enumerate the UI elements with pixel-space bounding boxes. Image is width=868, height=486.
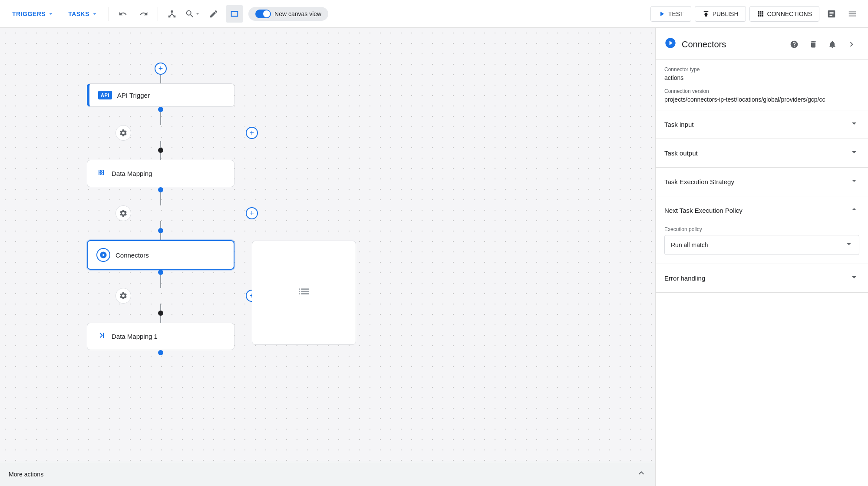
chevron-down-svg-4 [849,272,859,282]
mapping-icon-1 [96,167,106,180]
api-trigger-node[interactable]: API API Trigger [87,83,234,107]
connection-version-field: Connection version projects/connectors-i… [664,88,859,103]
error-handling-header[interactable]: Error handling [656,264,868,292]
execution-policy-label: Execution policy [664,225,859,232]
next-task-execution-policy-section: Next Task Execution Policy Execution pol… [656,196,868,264]
line-2 [160,112,161,125]
flow-container: + API API Trigger + [87,63,234,355]
delete-button[interactable] [805,36,821,52]
task-execution-strategy-header[interactable]: Task Execution Strategy [656,168,868,196]
menu-button[interactable] [844,5,861,23]
task-execution-strategy-chevron-icon [849,175,859,188]
connector-dot-4 [158,228,163,233]
connector-dot-2 [158,148,163,153]
network-button[interactable] [163,5,181,23]
data-mapping-label: Data Mapping [112,170,152,177]
triggers-label: TRIGGERS [12,10,46,17]
chevron-down-svg-2 [849,147,859,157]
add-button-2[interactable]: + [246,127,258,139]
panel-connector-icon [664,37,677,52]
notify-button[interactable] [825,36,840,52]
chevron-down-svg-3 [849,175,859,186]
task-output-title: Task output [664,149,698,157]
gear-btn-1[interactable] [116,125,131,141]
publish-label: PUBLISH [713,10,739,17]
connections-icon [757,10,765,18]
panel-title: Connectors [682,40,781,50]
connector-dot-1 [158,107,163,112]
api-icon: API [98,91,112,99]
canvas-toggle-label: New canvas view [274,10,321,17]
connection-version-value: projects/connectors-ip-test/locations/gl… [664,96,859,103]
undo-icon [119,10,127,18]
connector-dot-3 [158,187,163,192]
chevron-down-svg-1 [849,118,859,129]
expand-button[interactable] [636,468,647,480]
add-button-top[interactable]: + [155,63,167,75]
undo-button[interactable] [114,5,132,23]
zoom-button[interactable] [184,5,201,23]
publish-button[interactable]: PUBLISH [695,6,746,22]
list-svg [297,284,311,298]
canvas-area[interactable]: + API API Trigger + [0,28,655,486]
redo-icon [139,10,148,18]
bottom-panel: More actions [0,462,655,486]
info-section: Connector type actions Connection versio… [656,60,868,110]
task-execution-strategy-section: Task Execution Strategy [656,168,868,196]
divider-2 [158,7,158,21]
panel-header-actions [786,36,859,52]
next-task-execution-policy-header[interactable]: Next Task Execution Policy [656,196,868,225]
connections-label: CONNECTIONS [767,10,812,17]
panel-header: Connectors [656,28,868,60]
gear-icon-3 [119,291,128,300]
test-label: TEST [668,10,684,17]
line-5 [160,192,161,205]
right-panel: Connectors Connector type actio [655,28,868,486]
triggers-button[interactable]: TRIGGERS [7,7,59,21]
zoom-icon [185,9,195,19]
gear-btn-3[interactable] [116,288,131,304]
execution-policy-select[interactable]: Run all match Run first match Run none [664,235,859,255]
connector-dot-5 [158,270,163,275]
gear-btn-2[interactable] [116,205,131,221]
data-mapping-1-node[interactable]: Data Mapping 1 [87,323,234,350]
menu-icon [848,9,857,19]
task-execution-strategy-title: Task Execution Strategy [664,178,734,185]
connector-type-field: Connector type actions [664,66,859,81]
help-button[interactable] [786,36,802,52]
task-input-header[interactable]: Task input [656,110,868,139]
main-layout: + API API Trigger + [0,28,868,486]
canvas-icon [230,9,239,19]
list-icon [297,284,311,301]
line-9 [160,304,161,311]
canvas-view-button[interactable] [226,5,243,23]
edit-button[interactable] [205,5,222,23]
bell-icon [828,40,837,49]
redo-button[interactable] [135,5,152,23]
add-button-3[interactable]: + [246,207,258,219]
float-box [252,241,356,345]
connector-type-label: Connector type [664,66,859,73]
toolbar-right: TEST PUBLISH CONNECTIONS [650,5,861,23]
check-icon [264,11,270,17]
network-icon [167,9,177,19]
help-icon [790,40,799,49]
collapse-icon [847,40,856,49]
data-mapping-1-label: Data Mapping 1 [112,333,158,340]
task-output-header[interactable]: Task output [656,139,868,167]
test-button[interactable]: TEST [650,6,691,22]
tasks-button[interactable]: TASKS [63,7,103,21]
analytics-button[interactable] [823,5,840,23]
line-7 [160,233,161,240]
connector-svg [99,251,107,259]
collapse-panel-button[interactable] [844,36,859,52]
error-handling-section: Error handling [656,264,868,293]
connector-dot-7 [158,350,163,355]
connector-dot-6 [158,311,163,316]
data-mapping-node[interactable]: Data Mapping [87,160,234,187]
canvas-toggle[interactable]: New canvas view [248,7,328,21]
connectors-node[interactable]: Connectors [87,240,234,270]
middle-row-2: + [87,205,234,221]
connections-button[interactable]: CONNECTIONS [749,6,819,22]
mapping-svg-1 [96,167,106,178]
